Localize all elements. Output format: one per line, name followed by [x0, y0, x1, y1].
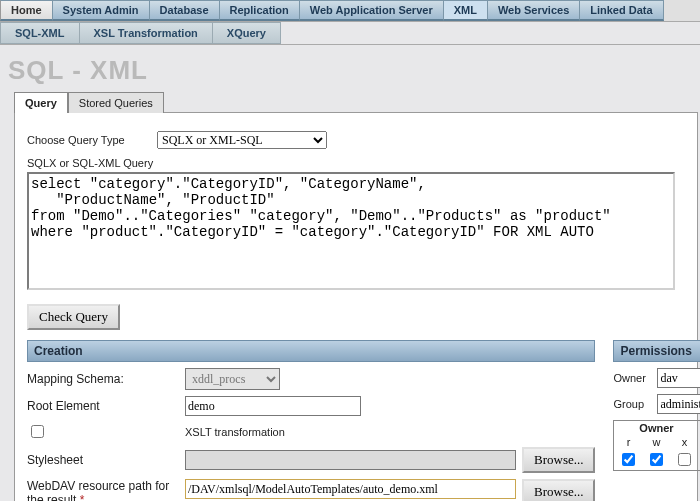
- query-panel: Choose Query Type SQLX or XML-SQL SQLX o…: [14, 112, 698, 501]
- group-input[interactable]: [657, 394, 700, 414]
- creation-bar: Creation: [27, 340, 595, 362]
- nav-xml[interactable]: XML: [444, 0, 488, 21]
- subnav-xquery[interactable]: XQuery: [213, 22, 281, 44]
- tab-stored-queries[interactable]: Stored Queries: [68, 92, 164, 113]
- label-webdav: WebDAV resource path for the result *: [27, 479, 185, 501]
- nav-database[interactable]: Database: [150, 0, 220, 21]
- owner-input[interactable]: [657, 368, 700, 388]
- stylesheet-browse-button[interactable]: Browse...: [522, 447, 595, 473]
- sub-nav: SQL-XML XSL Transformation XQuery: [0, 22, 700, 45]
- label-mapping: Mapping Schema:: [27, 372, 185, 386]
- perm-owner-w[interactable]: [650, 453, 663, 466]
- perm-owner-x[interactable]: [678, 453, 691, 466]
- xslt-checkbox[interactable]: [31, 425, 44, 438]
- mapping-select[interactable]: xddl_procs: [185, 368, 280, 390]
- perm-owner-r[interactable]: [622, 453, 635, 466]
- label-owner: Owner: [613, 372, 657, 384]
- nav-web-services[interactable]: Web Services: [488, 0, 580, 21]
- page-title: SQL - XML: [8, 55, 700, 86]
- page-tabs: Query Stored Queries: [14, 92, 700, 113]
- root-input[interactable]: [185, 396, 361, 416]
- nav-web-app-server[interactable]: Web Application Server: [300, 0, 444, 21]
- perm-head-owner: Owner: [614, 421, 699, 436]
- webdav-browse-button[interactable]: Browse...: [522, 479, 595, 501]
- label-query-type: Choose Query Type: [27, 134, 149, 146]
- check-query-button[interactable]: Check Query: [27, 304, 120, 330]
- query-type-select[interactable]: SQLX or XML-SQL: [157, 131, 327, 149]
- subnav-xsl[interactable]: XSL Transformation: [80, 22, 213, 44]
- top-nav: Home System Admin Database Replication W…: [0, 0, 700, 22]
- stylesheet-input[interactable]: [185, 450, 516, 470]
- tab-query[interactable]: Query: [14, 92, 68, 113]
- nav-home[interactable]: Home: [0, 0, 53, 21]
- permissions-bar: Permissions: [613, 340, 700, 362]
- permissions-table: Owner Grou r w x r w: [613, 420, 700, 471]
- nav-replication[interactable]: Replication: [220, 0, 300, 21]
- label-stylesheet: Stylesheet: [27, 453, 185, 467]
- label-sql: SQLX or SQL-XML Query: [27, 157, 685, 169]
- label-group: Group: [613, 398, 657, 410]
- sql-textarea[interactable]: [27, 172, 675, 290]
- xslt-cell: [27, 422, 185, 441]
- subnav-sql-xml[interactable]: SQL-XML: [0, 22, 80, 44]
- webdav-input[interactable]: [185, 479, 516, 499]
- label-xslt: XSLT transformation: [185, 426, 285, 438]
- nav-linked-data[interactable]: Linked Data: [580, 0, 663, 21]
- nav-system-admin[interactable]: System Admin: [53, 0, 150, 21]
- label-root: Root Element: [27, 399, 185, 413]
